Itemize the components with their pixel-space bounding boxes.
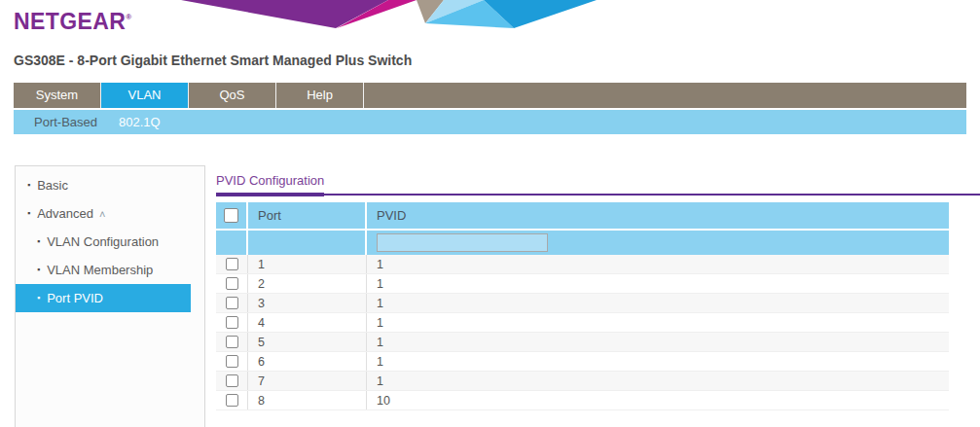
- table-row: 7 1: [216, 372, 949, 391]
- port-cell: 6: [248, 352, 367, 371]
- table-filter-row: [216, 231, 949, 255]
- sidebar-item-basic[interactable]: ▪ Basic: [16, 171, 204, 199]
- main-panel: PVID Configuration Port PVID 1 1: [205, 165, 980, 427]
- row-checkbox-cell: [216, 352, 248, 371]
- sidebar-item-advanced[interactable]: ▪ Advanced ˄: [16, 199, 204, 228]
- row-checkbox[interactable]: [226, 258, 238, 270]
- row-checkbox-cell: [216, 333, 248, 351]
- bullet-icon: ▪: [37, 266, 40, 274]
- table-row: 5 1: [216, 333, 949, 352]
- row-checkbox-cell: [216, 274, 248, 293]
- port-cell: 2: [248, 274, 367, 293]
- pvid-cell: 1: [367, 372, 949, 390]
- section-title-rule: PVID Configuration: [216, 171, 980, 196]
- subnav-item-8021q[interactable]: 802.1Q: [109, 115, 170, 129]
- table-row: 3 1: [216, 294, 949, 313]
- table-header-row: Port PVID: [216, 202, 949, 229]
- row-checkbox-cell: [216, 255, 248, 273]
- sidebar-item-port-pvid[interactable]: ▪ Port PVID: [16, 284, 191, 312]
- sidebar-item-label: Port PVID: [47, 291, 103, 305]
- sidebar-item-vlan-configuration[interactable]: ▪ VLAN Configuration: [16, 228, 204, 256]
- table-row: 1 1: [216, 255, 949, 274]
- table-row: 4 1: [216, 313, 949, 333]
- pvid-cell: 1: [367, 294, 949, 312]
- filter-checkbox-cell: [216, 231, 248, 255]
- bullet-icon: ▪: [37, 237, 40, 246]
- pvid-cell: 1: [367, 313, 949, 332]
- sub-nav: Port-Based 802.1Q: [14, 110, 966, 134]
- column-header-pvid: PVID: [367, 202, 949, 229]
- port-cell: 7: [248, 372, 367, 390]
- page-header: NETGEAR® GS308E - 8-Port Gigabit Etherne…: [0, 0, 980, 68]
- table-row: 2 1: [216, 274, 949, 294]
- sidebar-item-vlan-membership[interactable]: ▪ VLAN Membership: [16, 256, 204, 284]
- row-checkbox-cell: [216, 391, 248, 409]
- row-checkbox-cell: [216, 294, 248, 312]
- bullet-icon: ▪: [27, 181, 30, 190]
- pvid-filter-input[interactable]: [377, 233, 548, 252]
- row-checkbox[interactable]: [226, 394, 238, 407]
- row-checkbox-cell: [216, 313, 248, 332]
- caret-up-icon: ˄: [99, 208, 105, 220]
- sidebar-item-label: VLAN Configuration: [47, 234, 159, 249]
- table-row: 8 10: [216, 391, 949, 410]
- select-all-checkbox[interactable]: [224, 208, 238, 223]
- pvid-cell: 1: [367, 255, 949, 273]
- content-area: ▪ Basic ▪ Advanced ˄ ▪ VLAN Configuratio…: [15, 165, 980, 427]
- pvid-table: Port PVID 1 1 2 1 3: [216, 202, 949, 410]
- logo-text: NETGEAR: [14, 9, 126, 34]
- filter-pvid-cell: [367, 231, 949, 255]
- port-cell: 4: [248, 313, 367, 332]
- pvid-cell: 10: [367, 391, 949, 409]
- bullet-icon: ▪: [27, 209, 30, 218]
- port-cell: 8: [248, 391, 367, 409]
- header-checkbox-cell: [216, 202, 248, 229]
- row-checkbox[interactable]: [226, 297, 238, 309]
- sidebar-item-label: Advanced: [37, 206, 93, 221]
- subnav-item-port-based[interactable]: Port-Based: [24, 115, 107, 129]
- table-row: 6 1: [216, 352, 949, 372]
- port-cell: 5: [248, 333, 367, 351]
- row-checkbox[interactable]: [226, 355, 238, 368]
- row-checkbox[interactable]: [226, 316, 238, 329]
- row-checkbox-cell: [216, 372, 248, 390]
- tab-vlan[interactable]: VLAN: [101, 83, 189, 108]
- row-checkbox[interactable]: [226, 336, 238, 348]
- tab-system[interactable]: System: [14, 83, 101, 108]
- tab-qos[interactable]: QoS: [189, 83, 276, 108]
- main-nav: System VLAN QoS Help: [14, 83, 966, 108]
- sidebar-item-label: VLAN Membership: [47, 263, 153, 277]
- pvid-cell: 1: [367, 274, 949, 293]
- tab-help[interactable]: Help: [276, 83, 364, 108]
- device-title: GS308E - 8-Port Gigabit Ethernet Smart M…: [14, 53, 980, 68]
- page-title: PVID Configuration: [216, 173, 324, 196]
- sidebar-item-label: Basic: [37, 178, 68, 193]
- filter-port-cell: [248, 231, 367, 255]
- pvid-cell: 1: [367, 333, 949, 351]
- port-cell: 1: [248, 255, 367, 273]
- registered-mark: ®: [126, 13, 131, 21]
- column-header-port: Port: [248, 202, 367, 229]
- port-cell: 3: [248, 294, 367, 312]
- netgear-logo: NETGEAR®: [14, 0, 980, 35]
- bullet-icon: ▪: [37, 294, 40, 302]
- sidebar: ▪ Basic ▪ Advanced ˄ ▪ VLAN Configuratio…: [15, 165, 205, 427]
- pvid-cell: 1: [367, 352, 949, 371]
- row-checkbox[interactable]: [226, 374, 238, 387]
- row-checkbox[interactable]: [226, 277, 238, 290]
